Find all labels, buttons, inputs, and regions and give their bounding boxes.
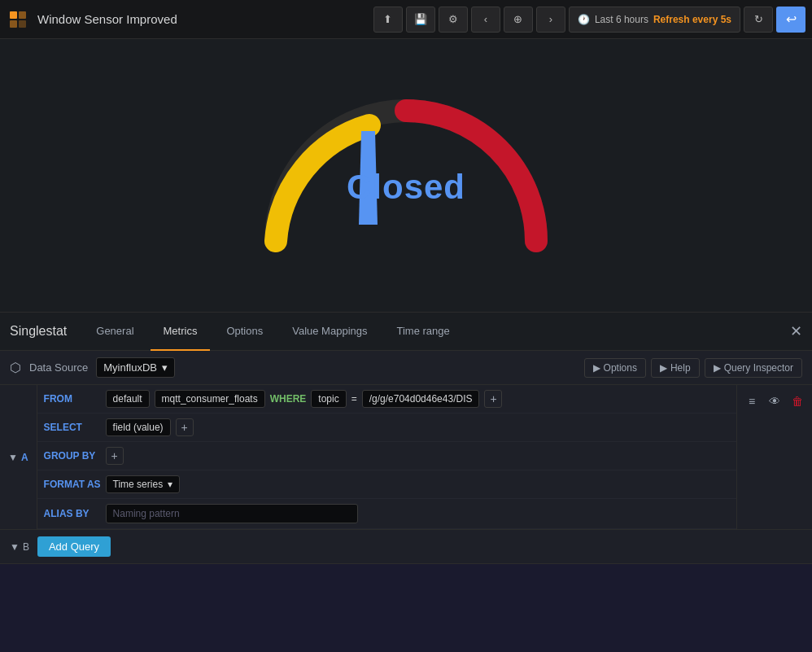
datasource-select[interactable]: MyinfluxDB ▾ — [96, 357, 175, 378]
triangle-right-icon-help: ▶ — [660, 362, 667, 374]
refresh-button[interactable]: ↻ — [744, 7, 773, 33]
svg-rect-3 — [19, 20, 26, 28]
toolbar: ⬆ 💾 ⚙ ‹ ⊕ › 🕐 Last 6 hours Refresh every… — [373, 7, 805, 33]
format-as-label: FORMAT AS — [44, 479, 101, 490]
hamburger-button[interactable]: ≡ — [742, 392, 762, 411]
format-as-value: Time series — [113, 479, 164, 490]
collapse-b-icon: ▼ — [10, 541, 20, 553]
group-by-label: GROUP BY — [44, 450, 101, 462]
add-select-button[interactable]: + — [176, 418, 194, 436]
group-by-row: GROUP BY + — [37, 442, 736, 470]
toggle-visibility-button[interactable]: 👁 — [765, 392, 784, 411]
chevron-left-icon: ‹ — [484, 13, 487, 25]
share-icon: ⬆ — [383, 13, 392, 25]
next-button[interactable]: › — [536, 7, 565, 33]
gear-icon: ⚙ — [448, 13, 458, 25]
add-query-button[interactable]: Add Query — [37, 536, 111, 557]
chevron-down-icon: ▾ — [162, 361, 168, 374]
query-id-a: A — [21, 452, 28, 463]
query-id-b: B — [23, 541, 29, 553]
svg-rect-2 — [10, 20, 17, 28]
header: Window Sensor Improved ⬆ 💾 ⚙ ‹ ⊕ › 🕐 Las… — [0, 0, 812, 39]
where-field[interactable]: topic — [311, 390, 346, 408]
chevron-right-icon: › — [549, 13, 552, 25]
settings-button[interactable]: ⚙ — [439, 7, 468, 33]
clock-icon: 🕐 — [578, 14, 590, 25]
query-row-a: ▼ A FROM default mqtt_consumer_floats WH… — [0, 385, 812, 530]
where-label: WHERE — [270, 393, 307, 405]
share-button[interactable]: ⬆ — [373, 7, 403, 33]
tab-general[interactable]: General — [83, 312, 146, 351]
format-as-row: FORMAT AS Time series ▾ — [37, 470, 736, 499]
datasource-options: ▶ Options ▶ Help ▶ Query Inspector — [584, 358, 802, 378]
select-field[interactable]: field (value) — [106, 418, 171, 436]
from-row: FROM default mqtt_consumer_floats WHERE … — [37, 385, 736, 414]
query-a-actions: ≡ 👁 🗑 — [736, 385, 812, 529]
query-editor: ⬡ Data Source MyinfluxDB ▾ ▶ Options ▶ H… — [0, 351, 812, 564]
where-operator: = — [351, 393, 357, 405]
save-button[interactable]: 💾 — [406, 7, 435, 33]
tab-options[interactable]: Options — [213, 312, 276, 351]
triangle-right-icon: ▶ — [593, 362, 600, 374]
gauge-panel: Closed — [0, 39, 812, 312]
database-icon: ⬡ — [10, 360, 21, 375]
options-button[interactable]: ▶ Options — [584, 358, 646, 378]
from-label: FROM — [44, 393, 101, 405]
panel-title: Singlestat — [10, 324, 67, 339]
triangle-right-icon-qi: ▶ — [714, 362, 721, 374]
select-label: SELECT — [44, 422, 101, 433]
add-query-row: ▼ B Add Query — [0, 530, 812, 564]
from-database[interactable]: default — [106, 390, 150, 408]
query-fields-a: FROM default mqtt_consumer_floats WHERE … — [37, 385, 736, 529]
query-inspector-button[interactable]: ▶ Query Inspector — [705, 358, 802, 378]
datasource-row: ⬡ Data Source MyinfluxDB ▾ ▶ Options ▶ H… — [0, 351, 812, 385]
add-condition-button[interactable]: + — [484, 390, 502, 408]
app-logo — [7, 8, 29, 31]
query-letter-b: ▼ B — [10, 541, 29, 553]
datasource-value: MyinfluxDB — [103, 361, 157, 374]
time-range-picker[interactable]: 🕐 Last 6 hours Refresh every 5s — [569, 7, 740, 33]
refresh-icon: ↻ — [754, 13, 763, 25]
tab-time-range[interactable]: Time range — [383, 312, 462, 351]
format-as-select[interactable]: Time series ▾ — [106, 475, 181, 493]
close-panel-button[interactable]: ✕ — [790, 322, 802, 340]
time-label: Last 6 hours — [595, 14, 648, 25]
add-group-by-button[interactable]: + — [106, 447, 124, 465]
chevron-down-format-icon: ▾ — [168, 479, 172, 490]
tab-metrics[interactable]: Metrics — [151, 312, 211, 351]
save-icon: 💾 — [414, 13, 427, 25]
delete-query-button[interactable]: 🗑 — [788, 392, 807, 411]
gauge-value: Closed — [347, 168, 465, 207]
where-value[interactable]: /g/g/e704d0d46e43/DIS — [362, 390, 480, 408]
back-icon: ↩ — [786, 11, 797, 27]
svg-rect-1 — [19, 11, 26, 19]
tab-value-mappings[interactable]: Value Mappings — [279, 312, 380, 351]
panel-tabs: Singlestat General Metrics Options Value… — [0, 312, 812, 351]
from-measurement[interactable]: mqtt_consumer_floats — [155, 390, 265, 408]
back-button[interactable]: ↩ — [776, 7, 805, 33]
zoom-icon: ⊕ — [513, 13, 522, 25]
datasource-label: Data Source — [29, 361, 88, 374]
collapse-icon: ▼ — [8, 452, 18, 463]
select-row: SELECT field (value) + — [37, 414, 736, 442]
zoom-button[interactable]: ⊕ — [504, 7, 533, 33]
svg-rect-0 — [10, 11, 17, 19]
alias-by-row: ALIAS BY — [37, 499, 736, 529]
gauge-container: Closed — [235, 62, 577, 290]
query-letter-a[interactable]: ▼ A — [0, 385, 37, 529]
dashboard-title: Window Sensor Improved — [37, 12, 373, 26]
alias-by-label: ALIAS BY — [44, 508, 101, 519]
help-button[interactable]: ▶ Help — [651, 358, 700, 378]
refresh-label: Refresh every 5s — [653, 14, 731, 25]
alias-by-input[interactable] — [106, 504, 358, 523]
prev-button[interactable]: ‹ — [471, 7, 500, 33]
